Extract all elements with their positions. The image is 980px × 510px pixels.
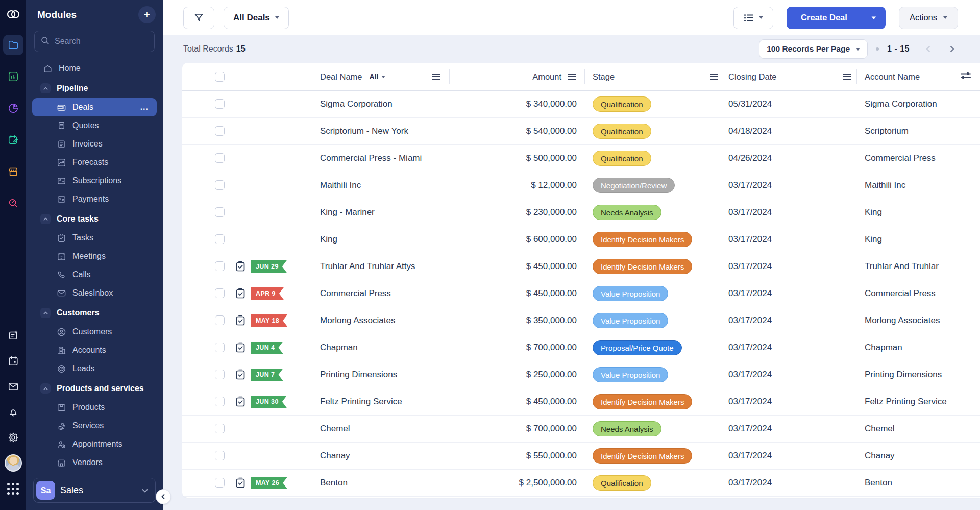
deal-name-cell[interactable]: Scriptorium - New York — [320, 118, 408, 144]
deal-name-cell[interactable]: Chapman — [320, 334, 358, 361]
sidebar-item-appointments[interactable]: Appointments — [26, 435, 163, 453]
nav-section-customers[interactable]: Customers — [26, 303, 163, 323]
column-settings-icon[interactable] — [960, 71, 971, 82]
sidebar-item-customers[interactable]: Customers — [26, 323, 163, 341]
deal-name-cell[interactable]: King - Mariner — [320, 199, 375, 226]
header-account-name[interactable]: Account Name — [865, 72, 920, 82]
column-menu-icon[interactable] — [431, 73, 440, 80]
deal-name-cell[interactable]: Sigma Corporation — [320, 91, 393, 117]
mail-rail-button[interactable] — [4, 377, 22, 396]
header-closing-date[interactable]: Closing Date — [728, 72, 776, 82]
table-row[interactable]: MAY 18 Morlong Associates $ 350,000.00 V… — [182, 307, 980, 334]
deal-name-cell[interactable]: Truhlar And Truhlar Attys — [320, 253, 415, 280]
sidebar-search[interactable] — [34, 31, 155, 52]
account-name-cell[interactable]: Feltz Printing Service — [865, 388, 947, 415]
records-per-page-selector[interactable]: 100 Records Per Page — [759, 39, 868, 59]
row-checkbox[interactable] — [215, 207, 225, 217]
column-menu-icon[interactable] — [842, 73, 851, 80]
deal-name-cell[interactable]: King — [320, 226, 337, 253]
table-row[interactable]: APR 9 Commercial Press $ 450,000.00 Valu… — [182, 280, 980, 307]
deal-name-cell[interactable]: Printing Dimensions — [320, 361, 397, 388]
account-name-cell[interactable]: Scriptorium — [865, 118, 909, 144]
table-row[interactable]: JUN 7 Printing Dimensions $ 250,000.00 V… — [182, 361, 980, 388]
sidebar-item-calls[interactable]: Calls — [26, 265, 163, 284]
row-checkbox[interactable] — [215, 153, 225, 163]
header-amount[interactable]: Amount — [532, 72, 561, 82]
row-checkbox[interactable] — [215, 397, 225, 406]
sidebar-item-vendors[interactable]: Vendors — [26, 453, 163, 472]
sidebar-item-services[interactable]: Services — [26, 417, 163, 435]
create-deal-button[interactable]: Create Deal — [787, 7, 862, 29]
account-name-cell[interactable]: Sigma Corporation — [865, 91, 937, 117]
deal-name-cell[interactable]: Feltz Printing Service — [320, 388, 402, 415]
row-checkbox[interactable] — [215, 261, 225, 271]
previous-page-button[interactable] — [921, 41, 936, 57]
sidebar-item-tasks[interactable]: Tasks — [26, 229, 163, 247]
sidebar-collapse-button[interactable] — [156, 489, 171, 504]
view-toggle-button[interactable] — [733, 7, 773, 29]
magnifier-pin-rail-button[interactable] — [3, 193, 23, 213]
deal-name-cell[interactable]: Chemel — [320, 416, 350, 442]
calendar-rail-button[interactable] — [4, 352, 22, 370]
table-row[interactable]: King - Mariner $ 230,000.00 Needs Analys… — [182, 199, 980, 226]
nav-section-core-tasks[interactable]: Core tasks — [26, 209, 163, 229]
header-deal-name[interactable]: Deal Name — [320, 72, 362, 82]
account-name-cell[interactable]: King — [865, 199, 882, 226]
header-stage[interactable]: Stage — [593, 72, 615, 82]
sidebar-item-accounts[interactable]: Accounts — [26, 341, 163, 359]
select-all-checkbox[interactable] — [215, 72, 225, 82]
account-name-cell[interactable]: Chanay — [865, 443, 895, 469]
row-checkbox[interactable] — [215, 288, 225, 298]
account-name-cell[interactable]: Chapman — [865, 334, 902, 361]
user-avatar-rail-button[interactable] — [4, 454, 22, 472]
search-input[interactable] — [54, 36, 148, 46]
more-options-icon[interactable]: ... — [140, 103, 149, 112]
sidebar-item-invoices[interactable]: Invoices — [26, 135, 163, 153]
row-checkbox[interactable] — [215, 343, 225, 352]
sidebar-item-subscriptions[interactable]: Subscriptions — [26, 172, 163, 190]
workspace-selector[interactable]: Sa Sales — [33, 478, 156, 503]
row-checkbox[interactable] — [215, 451, 225, 460]
account-name-cell[interactable]: Morlong Associates — [865, 307, 940, 334]
row-checkbox[interactable] — [215, 315, 225, 325]
table-row[interactable]: JUN 30 Feltz Printing Service $ 450,000.… — [182, 388, 980, 416]
folder-rail-button[interactable] — [3, 35, 23, 55]
account-name-cell[interactable]: Chemel — [865, 416, 895, 442]
account-name-cell[interactable]: Commercial Press — [865, 280, 936, 307]
next-page-button[interactable] — [944, 41, 960, 57]
row-checkbox[interactable] — [215, 234, 225, 244]
account-name-cell[interactable]: Truhlar And Truhlar — [865, 253, 939, 280]
row-checkbox[interactable] — [215, 180, 225, 190]
deal-name-filter-dropdown[interactable]: All — [370, 72, 386, 81]
nav-section-products-and-services[interactable]: Products and services — [26, 379, 163, 398]
account-name-cell[interactable]: Printing Dimensions — [865, 361, 942, 388]
column-menu-icon[interactable] — [709, 73, 719, 80]
row-checkbox[interactable] — [215, 99, 225, 109]
bell-rail-button[interactable] — [4, 403, 22, 421]
sidebar-item-quotes[interactable]: Quotes — [26, 116, 163, 135]
view-selector[interactable]: All Deals — [224, 7, 289, 29]
table-row[interactable]: Scriptorium - New York $ 540,000.00 Qual… — [182, 118, 980, 145]
table-row[interactable]: Commercial Press - Miami $ 500,000.00 Qu… — [182, 145, 980, 172]
table-row[interactable]: Maithili Inc $ 12,000.00 Negotiation/Rev… — [182, 172, 980, 199]
nav-section-pipeline[interactable]: Pipeline — [26, 79, 163, 98]
table-row[interactable]: Sigma Corporation $ 340,000.00 Qualifica… — [182, 91, 980, 118]
zoho-crm-logo-logo-rail-button[interactable] — [3, 4, 23, 25]
table-row[interactable]: Chanay $ 550,000.00 Identify Decision Ma… — [182, 443, 980, 470]
account-name-cell[interactable]: Commercial Press — [865, 145, 936, 172]
sidebar-item-home[interactable]: Home — [26, 59, 163, 78]
deal-name-cell[interactable]: Maithili Inc — [320, 172, 361, 199]
create-deal-dropdown[interactable] — [862, 7, 886, 29]
pie-chart-rail-button[interactable] — [3, 98, 23, 118]
sidebar-item-payments[interactable]: Payments — [26, 190, 163, 208]
deal-name-cell[interactable]: Commercial Press — [320, 280, 391, 307]
sidebar-item-meetings[interactable]: Meetings — [26, 247, 163, 265]
table-row[interactable]: Chemel $ 700,000.00 Needs Analysis 03/17… — [182, 416, 980, 443]
account-name-cell[interactable]: Benton — [865, 470, 892, 496]
note-add-rail-button[interactable] — [4, 326, 22, 345]
sidebar-item-salesinbox[interactable]: SalesInbox — [26, 284, 163, 302]
table-row[interactable]: King $ 600,000.00 Identify Decision Make… — [182, 226, 980, 253]
bar-chart-rail-button[interactable] — [3, 66, 23, 87]
sidebar-item-deals[interactable]: Deals... — [32, 98, 157, 116]
table-row[interactable]: JUN 4 Chapman $ 700,000.00 Proposal/Pric… — [182, 334, 980, 361]
